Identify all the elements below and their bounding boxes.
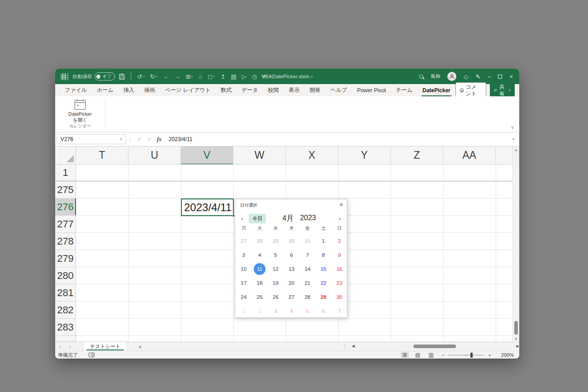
pointer-icon[interactable]: ▷ <box>242 73 247 80</box>
column-header-Z[interactable]: Z <box>391 146 443 164</box>
row-header-282[interactable]: 282 <box>55 302 76 319</box>
tab-校閲[interactable]: 校閲 <box>263 84 284 96</box>
select-all-corner[interactable] <box>55 146 76 165</box>
zoom-slider-thumb[interactable] <box>470 353 473 358</box>
redo-icon[interactable]: ↻˅ <box>150 73 158 80</box>
formula-bar-expand-icon[interactable]: ˅ <box>512 137 519 142</box>
scroll-right-icon[interactable]: ▶ <box>517 344 519 348</box>
add-sheet-button[interactable]: ＋ <box>137 343 143 351</box>
calendar-day[interactable]: 15 <box>315 262 331 276</box>
row-header-284[interactable] <box>55 336 76 342</box>
calendar-day[interactable]: 25 <box>251 290 267 304</box>
row-header-281[interactable]: 281 <box>55 284 76 302</box>
active-cell-v276[interactable]: 2023/4/11 <box>181 198 234 216</box>
tab-ファイル[interactable]: ファイル <box>60 84 92 96</box>
calendar-day[interactable]: 24 <box>236 290 251 304</box>
calendar-day[interactable]: 2 <box>251 304 267 318</box>
minimize-button[interactable]: – <box>488 73 491 80</box>
calendar-day[interactable]: 2 <box>332 234 347 248</box>
calendar-day[interactable]: 4 <box>284 304 299 318</box>
calendar-day[interactable]: 10 <box>236 262 251 276</box>
calendar-day[interactable]: 18 <box>251 276 267 290</box>
calendar-day[interactable]: 7 <box>299 248 315 262</box>
tab-挿入[interactable]: 挿入 <box>119 84 139 96</box>
calendar-day[interactable]: 5 <box>299 304 315 318</box>
calendar-day[interactable]: 29 <box>315 290 331 304</box>
column-header-W[interactable]: W <box>233 146 286 164</box>
back-icon[interactable]: ← <box>163 73 169 80</box>
grid-row[interactable] <box>76 181 512 198</box>
tab-Power Pivot[interactable]: Power Pivot <box>352 84 391 96</box>
calendar-day[interactable]: 8 <box>315 248 331 262</box>
tab-ホーム[interactable]: ホーム <box>92 84 119 96</box>
calendar-day[interactable]: 17 <box>236 276 251 290</box>
tab-開発[interactable]: 開発 <box>305 84 326 96</box>
autosave-control[interactable]: 自動保存 オフ <box>72 72 115 80</box>
accessibility-checker-icon[interactable] <box>89 353 95 357</box>
shapes-icon[interactable]: ◻˅ <box>208 73 215 80</box>
zoom-out-button[interactable]: − <box>442 352 445 358</box>
calendar-day[interactable]: 1 <box>236 304 251 318</box>
column-header-AB[interactable]: AB <box>496 146 512 164</box>
scroll-up-icon[interactable]: ▲ <box>513 148 519 151</box>
insert-function-button[interactable]: fx <box>154 136 164 143</box>
row-header-275[interactable]: 275 <box>55 181 76 198</box>
dialog-close-button[interactable]: × <box>339 201 343 208</box>
cancel-entry-button[interactable]: × <box>134 136 144 142</box>
tab-ヘルプ[interactable]: ヘルプ <box>326 84 352 96</box>
tab-数式[interactable]: 数式 <box>216 84 237 96</box>
print-icon[interactable]: ▤ <box>231 73 236 80</box>
history-icon[interactable]: ◷ <box>252 73 257 80</box>
horizontal-scrollbar[interactable]: ◀ ▶ <box>352 342 519 351</box>
sheetbar-splitter[interactable]: ⋮ <box>342 344 347 349</box>
column-header-V[interactable]: V <box>181 146 233 164</box>
calendar-day[interactable]: 27 <box>236 234 251 248</box>
export-icon[interactable]: ↥ <box>221 73 226 80</box>
calendar-day[interactable]: 30 <box>332 290 347 304</box>
calendar-day[interactable]: 14 <box>299 262 315 276</box>
calendar-day[interactable]: 26 <box>268 290 284 304</box>
row-header-279[interactable]: 279 <box>55 250 76 267</box>
calendar-day[interactable]: 13 <box>284 262 299 276</box>
calendar-day[interactable]: 1 <box>315 234 331 248</box>
grid-row[interactable] <box>76 319 512 336</box>
calendar-day[interactable]: 6 <box>315 304 331 318</box>
close-button[interactable]: × <box>509 73 513 80</box>
scroll-down-icon[interactable]: ▼ <box>513 337 519 340</box>
name-box[interactable]: V276 ˅ <box>57 134 126 144</box>
calendar-day[interactable]: 29 <box>268 234 284 248</box>
normal-view-icon[interactable]: ⊞ <box>401 352 409 358</box>
row-header-283[interactable]: 283 <box>55 319 76 336</box>
sheet-tab-active[interactable]: テストシート <box>83 342 127 351</box>
calendar-day[interactable]: 27 <box>284 290 299 304</box>
sheet-prev-icon[interactable]: ‹ <box>55 344 65 350</box>
calendar-day[interactable]: 4 <box>251 248 267 262</box>
calendar-day[interactable]: 7 <box>332 304 347 318</box>
formula-input[interactable]: 2023/4/11 <box>164 136 512 142</box>
calendar-day[interactable]: 11 <box>251 262 267 276</box>
undo-icon[interactable]: ↺˅ <box>137 73 145 80</box>
calendar-day[interactable]: 3 <box>236 248 251 262</box>
save-icon[interactable] <box>119 74 125 80</box>
vertical-scrollbar[interactable]: ▲ ▼ <box>512 146 519 342</box>
calendar-day[interactable]: 5 <box>268 248 284 262</box>
autosave-toggle[interactable]: オフ <box>95 72 115 80</box>
calendar-day[interactable]: 31 <box>299 234 315 248</box>
page-break-view-icon[interactable]: ▥ <box>427 352 435 358</box>
formula-bar-grip[interactable]: ⋮ <box>128 137 133 142</box>
tab-データ[interactable]: データ <box>237 84 263 96</box>
today-button[interactable]: 今日 <box>249 214 266 223</box>
calendar-day[interactable]: 20 <box>284 276 299 290</box>
column-header-AA[interactable]: AA <box>443 146 496 164</box>
tab-ページ レイアウト[interactable]: ページ レイアウト <box>160 84 216 96</box>
zoom-in-button[interactable]: ＋ <box>487 352 492 359</box>
calendar-day[interactable]: 21 <box>299 276 315 290</box>
pencil-icon[interactable]: ✎ <box>475 73 480 80</box>
zoom-percentage[interactable]: 200% <box>498 352 514 358</box>
avatar[interactable] <box>447 72 456 81</box>
horizontal-scrollbar-thumb[interactable] <box>413 345 456 348</box>
tab-表示[interactable]: 表示 <box>284 84 305 96</box>
page-layout-view-icon[interactable]: ▤ <box>413 352 422 358</box>
calendar-day[interactable]: 23 <box>332 276 347 290</box>
file-name[interactable]: VBADatePicker.xlsm ˅ <box>261 74 313 79</box>
